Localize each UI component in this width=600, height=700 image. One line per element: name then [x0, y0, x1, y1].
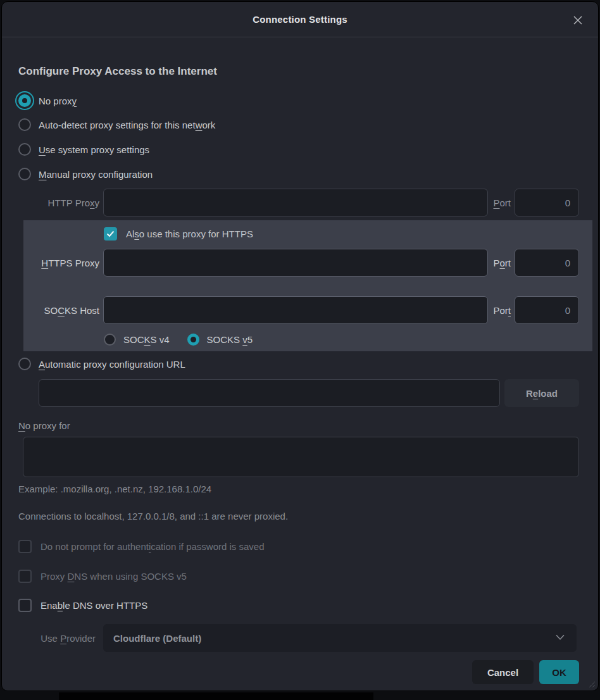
dialog-title: Connection Settings: [253, 14, 347, 25]
checkbox-icon: [18, 540, 32, 553]
radio-no-proxy-label: No proxy: [39, 96, 77, 106]
radio-auto-url-label: Automatic proxy configuration URL: [39, 359, 185, 370]
provider-dropdown-value: Cloudflare (Default): [113, 633, 201, 644]
http-proxy-label: HTTP Proxy: [18, 197, 103, 208]
radio-button-icon: [18, 94, 31, 107]
radio-socks-v4[interactable]: SOCKS v4: [104, 332, 170, 346]
radio-button-icon: [104, 334, 116, 346]
close-icon[interactable]: [570, 13, 585, 28]
https-proxy-input[interactable]: [103, 249, 488, 277]
radio-no-proxy[interactable]: No proxy: [18, 93, 579, 108]
radio-manual-proxy-label: Manual proxy configuration: [39, 169, 153, 180]
checkbox-icon: [18, 570, 32, 583]
auto-url-row: Reload: [39, 379, 579, 407]
http-proxy-row: HTTP Proxy Port: [18, 189, 579, 216]
radio-auto-url[interactable]: Automatic proxy configuration URL: [18, 356, 579, 372]
radio-button-icon: [18, 168, 31, 180]
socks-port-label: Port: [493, 305, 511, 316]
checkbox-enable-doh[interactable]: Enable DNS over HTTPS: [18, 598, 579, 612]
no-proxy-for-textarea[interactable]: [23, 437, 579, 477]
dialog-action-row: Cancel OK: [18, 660, 579, 684]
radio-manual-proxy[interactable]: Manual proxy configuration: [18, 166, 579, 182]
no-proxy-for-label: No proxy for: [18, 420, 579, 431]
https-port-label: Port: [493, 258, 511, 268]
checkbox-also-https[interactable]: Also use this proxy for HTTPS: [104, 227, 579, 241]
https-port-input[interactable]: [515, 249, 579, 277]
chevron-down-icon: [555, 634, 565, 641]
checkbox-proxy-dns[interactable]: Proxy DNS when using SOCKS v5: [18, 569, 579, 583]
radio-auto-detect[interactable]: Auto-detect proxy settings for this netw…: [18, 117, 579, 132]
socks-port-input[interactable]: [515, 296, 579, 324]
reload-button[interactable]: Reload: [504, 379, 579, 407]
https-proxy-row: HTTPS Proxy Port: [23, 249, 579, 277]
provider-dropdown[interactable]: Cloudflare (Default): [103, 624, 577, 652]
checkbox-checked-icon: [104, 227, 117, 241]
page-title: Configure Proxy Access to the Internet: [18, 65, 579, 78]
background-window-strip: [59, 692, 373, 700]
radio-socks-v5[interactable]: SOCKS v5: [187, 332, 253, 346]
checkbox-no-prompt-auth[interactable]: Do not prompt for authentication if pass…: [18, 539, 579, 553]
https-socks-highlight-panel: Also use this proxy for HTTPS HTTPS Prox…: [23, 220, 592, 351]
http-proxy-input[interactable]: [103, 189, 488, 216]
http-port-label: Port: [493, 197, 511, 208]
localhost-note-text: Connections to localhost, 127.0.0.1/8, a…: [18, 511, 579, 522]
cancel-button[interactable]: Cancel: [472, 660, 534, 684]
radio-auto-detect-label: Auto-detect proxy settings for this netw…: [39, 120, 215, 130]
connection-settings-dialog: Connection Settings Configure Proxy Acce…: [1, 1, 599, 691]
checkbox-no-prompt-auth-label: Do not prompt for authentication if pass…: [41, 541, 265, 552]
checkmark-icon: [106, 230, 115, 237]
https-proxy-label: HTTPS Proxy: [23, 258, 103, 268]
radio-button-icon: [18, 358, 31, 370]
resize-grip-icon[interactable]: [587, 679, 596, 688]
radio-system-proxy[interactable]: Use system proxy settings: [18, 142, 579, 157]
checkbox-also-https-label: Also use this proxy for HTTPS: [126, 228, 253, 239]
checkbox-icon: [18, 599, 32, 612]
checkbox-enable-doh-label: Enable DNS over HTTPS: [41, 600, 147, 611]
ok-button[interactable]: OK: [539, 660, 579, 684]
doh-provider-row: Use Provider Cloudflare (Default): [18, 624, 579, 652]
radio-socks-v5-label: SOCKS v5: [207, 334, 253, 345]
use-provider-label: Use Provider: [18, 633, 103, 644]
radio-button-icon: [18, 143, 31, 156]
radio-button-icon: [187, 334, 199, 346]
socks-host-input[interactable]: [103, 296, 488, 324]
socks-host-row: SOCKS Host Port: [23, 296, 579, 324]
checkbox-proxy-dns-label: Proxy DNS when using SOCKS v5: [41, 571, 187, 582]
radio-socks-v4-label: SOCKS v4: [123, 334, 170, 345]
http-port-input[interactable]: [515, 189, 579, 216]
no-proxy-example-text: Example: .mozilla.org, .net.nz, 192.168.…: [18, 484, 579, 494]
socks-host-label: SOCKS Host: [23, 305, 103, 316]
auto-url-input[interactable]: [39, 379, 500, 407]
radio-button-icon: [18, 118, 31, 131]
radio-system-proxy-label: Use system proxy settings: [39, 144, 149, 155]
dialog-header: Connection Settings: [2, 2, 598, 37]
socks-version-group: SOCKS v4 SOCKS v5: [104, 332, 579, 346]
